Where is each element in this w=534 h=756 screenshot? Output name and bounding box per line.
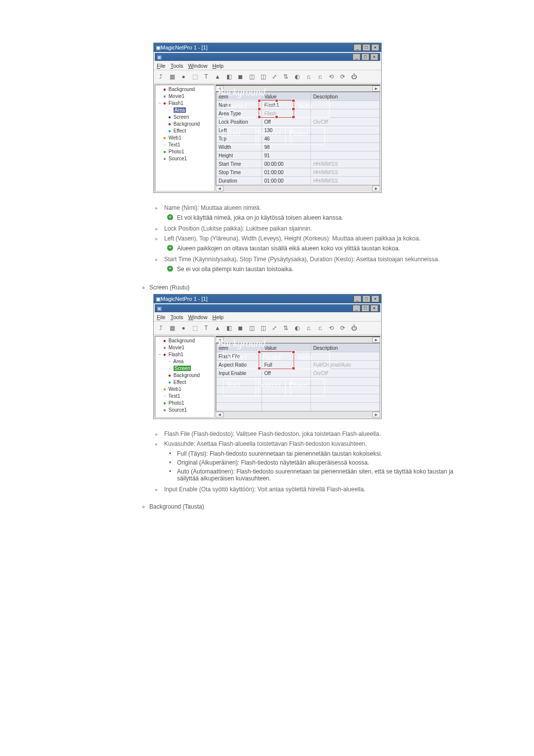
toolbar-btn-4[interactable]: T [201, 323, 211, 333]
tree-item-photo1[interactable]: ● Photo1 [157, 148, 214, 155]
box-web1[interactable]: Web1 [294, 100, 330, 118]
toolbar-btn-3[interactable]: ⬚ [190, 72, 200, 82]
close-button[interactable]: × [371, 295, 379, 302]
box-flash1[interactable]: Flash1 [259, 100, 294, 118]
toolbar-btn-14[interactable]: ⎌ [315, 72, 325, 82]
tree-item-movie1[interactable]: ● Movie1 [157, 93, 214, 100]
toolbar-btn-17[interactable]: ⏻ [349, 323, 359, 333]
canvas-area-2[interactable]: Background Movie1 Flash1 Web1 Text1 Sour… [216, 336, 380, 337]
toolbar-btn-6[interactable]: ◧ [224, 323, 234, 333]
toolbar-btn-14[interactable]: ⎌ [315, 323, 325, 333]
tree-item-web1[interactable]: ● Web1 [157, 135, 214, 142]
menu-tools[interactable]: Tools [171, 314, 183, 320]
tree-item-photo1[interactable]: ● Photo1 [157, 400, 214, 407]
table-row[interactable] [217, 403, 380, 411]
toolbar-btn-17[interactable]: ⏻ [349, 72, 359, 82]
child-close-button[interactable]: × [370, 305, 378, 312]
menu-file[interactable]: FFileile [157, 63, 166, 69]
table-row[interactable]: Lock PositionOffOn/Off [217, 118, 380, 126]
toolbar-btn-11[interactable]: ⇅ [281, 72, 291, 82]
toolbar-btn-1[interactable]: ▦ [167, 72, 177, 82]
toolbar-btn-8[interactable]: ◫ [247, 323, 257, 333]
tree-item-flash1[interactable]: −● Flash1 [157, 351, 214, 358]
menu-file[interactable]: File [157, 314, 166, 320]
tree-item-screen[interactable]: ● Screen [157, 114, 214, 121]
tree-item-area[interactable]: ▫ Area [157, 358, 214, 365]
tree-item-background[interactable]: ● Background [157, 121, 214, 128]
toolbar-btn-15[interactable]: ⟲ [326, 72, 336, 82]
min-button[interactable]: _ [354, 44, 361, 51]
box-flash1[interactable]: Flash1 [259, 351, 294, 369]
tree-item-area[interactable]: ▫ Area [157, 107, 214, 114]
menu-tools[interactable]: Tools [171, 63, 183, 69]
toolbar-btn-12[interactable]: ◐ [292, 323, 302, 333]
tree-panel-2[interactable]: ● Background● Movie1−● Flash1▫ Area▫ Scr… [155, 336, 215, 418]
table-row[interactable]: Start Time00:00:00HH/MM/SS [217, 160, 380, 168]
tree-panel[interactable]: ● Background● Movie1−● Flash1▫ Area● Scr… [155, 85, 215, 191]
box-movie1[interactable]: Movie1 [223, 100, 259, 118]
toolbar-btn-13[interactable]: ⎌ [304, 323, 313, 333]
tree-item-background[interactable]: ● Background [157, 337, 214, 344]
box-photo1[interactable]: Photo1 [285, 378, 325, 396]
toolbar-btn-10[interactable]: ⤢ [269, 323, 279, 333]
toolbar-btn-13[interactable]: ⎌ [304, 72, 313, 82]
toolbar-btn-5[interactable]: ▲ [213, 72, 222, 82]
menu-window[interactable]: Window [188, 63, 207, 69]
tree-item-text1[interactable]: ▫ Text1 [157, 393, 214, 400]
toolbar-btn-5[interactable]: ▲ [213, 323, 222, 333]
toolbar-btn-2[interactable]: ● [178, 72, 188, 82]
child-close-button[interactable]: × [370, 53, 378, 60]
box-photo1[interactable]: Photo1 [285, 127, 325, 145]
menu-window[interactable]: Window [188, 314, 207, 320]
table-row[interactable]: Stop Time01:00:00HH/MM/SS [217, 168, 380, 177]
box-web1[interactable]: Web1 [294, 351, 330, 369]
menu-help[interactable]: Help [213, 63, 224, 69]
canvas-area[interactable]: Background Movie1 Flash1 Web1 Text1 Sour… [216, 85, 380, 86]
box-text1[interactable]: Text1 [223, 127, 259, 145]
min-button[interactable]: _ [354, 295, 361, 302]
table-row[interactable]: Height91 [217, 151, 380, 160]
table-row[interactable]: Input EnableOffOn/Off [217, 369, 380, 378]
tree-item-effect[interactable]: ● Effect [157, 379, 214, 386]
toolbar-btn-9[interactable]: ◫ [258, 72, 268, 82]
tree-item-web1[interactable]: ● Web1 [157, 386, 214, 393]
toolbar-btn-1[interactable]: ▦ [167, 323, 177, 333]
toolbar-btn-9[interactable]: ◫ [258, 323, 268, 333]
props-hscroll-2[interactable]: ◄► [216, 412, 380, 418]
tree-item-movie1[interactable]: ● Movie1 [157, 344, 214, 351]
tree-item-background[interactable]: ● Background [157, 372, 214, 379]
child-max-button[interactable]: □ [361, 305, 369, 312]
tree-item-effect[interactable]: ● Effect [157, 128, 214, 135]
tree-item-background[interactable]: ● Background [157, 86, 214, 93]
toolbar-btn-11[interactable]: ⇅ [281, 323, 291, 333]
box-text1[interactable]: Text1 [223, 378, 259, 396]
tree-item-source1[interactable]: ● Source1 [157, 155, 214, 162]
box-movie1[interactable]: Movie1 [223, 351, 259, 369]
toolbar-btn-16[interactable]: ⟳ [338, 72, 348, 82]
toolbar-btn-8[interactable]: ◫ [247, 72, 257, 82]
toolbar-btn-3[interactable]: ⬚ [190, 323, 200, 333]
toolbar-btn-15[interactable]: ⟲ [326, 323, 336, 333]
props-hscroll[interactable]: ◄► [216, 186, 380, 191]
table-row[interactable]: Duration01:00:00HH/MM/SS [217, 177, 380, 185]
max-button[interactable]: □ [362, 295, 370, 302]
toolbar-btn-6[interactable]: ◧ [224, 72, 234, 82]
close-button[interactable]: × [371, 44, 379, 51]
toolbar-btn-0[interactable]: ⤴ [156, 323, 166, 333]
tree-item-screen[interactable]: ▫ Screen [157, 365, 214, 372]
toolbar-btn-2[interactable]: ● [178, 323, 188, 333]
toolbar-btn-4[interactable]: T [201, 72, 211, 82]
toolbar-btn-0[interactable]: ⤴ [156, 72, 166, 82]
tree-item-text1[interactable]: ▫ Text1 [157, 142, 214, 148]
toolbar-btn-12[interactable]: ◐ [292, 72, 302, 82]
child-min-button[interactable]: _ [353, 305, 360, 312]
toolbar-btn-7[interactable]: ◼ [235, 72, 245, 82]
menu-help[interactable]: Help [213, 314, 224, 320]
tree-item-source1[interactable]: ● Source1 [157, 407, 214, 414]
child-max-button[interactable]: □ [361, 53, 369, 60]
tree-item-flash1[interactable]: −● Flash1 [157, 100, 214, 107]
toolbar-btn-10[interactable]: ⤢ [269, 72, 279, 82]
toolbar-btn-7[interactable]: ◼ [235, 323, 245, 333]
toolbar-btn-16[interactable]: ⟳ [338, 323, 348, 333]
child-min-button[interactable]: _ [353, 53, 360, 60]
